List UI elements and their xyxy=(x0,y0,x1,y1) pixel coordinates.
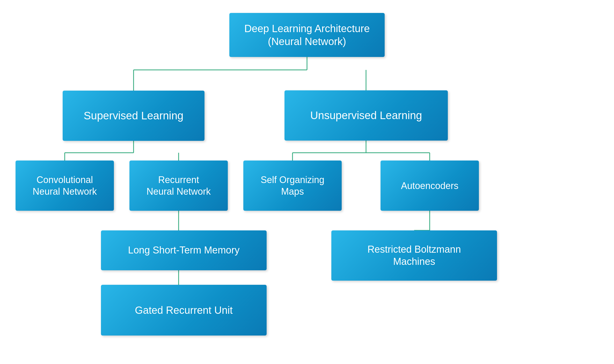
rnn-node: RecurrentNeural Network xyxy=(129,161,228,211)
som-node: Self OrganizingMaps xyxy=(243,161,342,211)
supervised-node: Supervised Learning xyxy=(63,91,204,141)
cnn-node: ConvolutionalNeural Network xyxy=(16,161,114,211)
diagram: Deep Learning Architecture(Neural Networ… xyxy=(0,0,614,364)
lstm-node: Long Short-Term Memory xyxy=(101,230,267,270)
gru-node: Gated Recurrent Unit xyxy=(101,285,267,336)
autoencoders-node: Autoencoders xyxy=(381,161,479,211)
root-node: Deep Learning Architecture(Neural Networ… xyxy=(229,13,385,57)
rbm-node: Restricted BoltzmannMachines xyxy=(331,230,497,281)
unsupervised-node: Unsupervised Learning xyxy=(284,90,448,141)
